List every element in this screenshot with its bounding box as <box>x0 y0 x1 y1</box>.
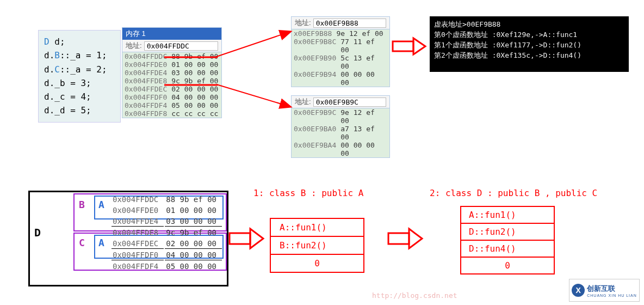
memory-table: 0x004FFDDC88 9b ef 000x004FFDE001 00 00 … <box>110 193 223 272</box>
mem-addr: 0x004FFDE4 <box>122 69 169 77</box>
mem-addr: 0x004FFDDC <box>112 194 164 204</box>
mem-addr: 0x004FFDE4 <box>112 216 164 227</box>
vtable-entry: 0 <box>461 258 554 273</box>
mem-addr: 0x004FFDF8 <box>122 109 169 118</box>
svg-rect-5 <box>230 233 250 244</box>
label-D: D <box>34 226 41 239</box>
mem-addr: 0x00EF9B90 <box>292 54 338 70</box>
mem-bytes: 5c 13 ef 00 <box>338 54 389 70</box>
title-class-D: 2: class D : public B , public C <box>430 188 597 198</box>
vtable-box-1: A::fun1()B::fun2()0 <box>270 218 364 273</box>
mem-bytes: 88 9b ef 00 <box>169 52 220 60</box>
mem-bytes: 04 00 00 00 <box>165 250 222 260</box>
svg-rect-6 <box>388 233 409 244</box>
mem-addr: 0x004FFDDC <box>122 52 169 60</box>
mem-bytes: 9c 9b ef 00 <box>165 228 222 237</box>
vtable-entry: B::fun2() <box>271 237 363 255</box>
mem-bytes: 04 00 00 00 <box>169 93 220 101</box>
mem-addr: 0x004FFDEC <box>122 85 169 93</box>
mem-bytes: 77 11 ef 00 <box>338 38 389 54</box>
logo: X 创新互联 CHUANG XIN HU LIAN <box>569 279 640 302</box>
vtable-entry: A::fun1() <box>271 219 363 237</box>
panel3-addr-input[interactable]: 0x00EF9B9C <box>313 97 386 107</box>
panel2-addr-input[interactable]: 0x00EF9B88 <box>313 19 386 28</box>
mem-bytes: 00 00 00 00 <box>338 70 389 87</box>
vtable-box-2: A::fun1()D::fun2()D::fun4()0 <box>460 206 555 274</box>
mem-addr: x00EF9B88 <box>292 29 334 38</box>
mem-addr: 0x004FFDE8 <box>122 77 169 85</box>
svg-line-1 <box>216 32 290 57</box>
mem-bytes: 05 00 00 00 <box>165 261 222 271</box>
footer-url: http://blog.csdn.net <box>372 291 457 300</box>
mem-bytes: 02 00 00 00 <box>169 85 220 93</box>
mem-addr: 0x004FFDF4 <box>122 101 169 109</box>
panel1-title: 内存 1 <box>122 28 221 40</box>
vtable-entry: D::fun2() <box>461 224 554 241</box>
mem-addr: 0x004FFDF4 <box>112 261 164 271</box>
memory-panel-1: 内存 1 地址: 0x004FFDDC 0x004FFDDC88 9b ef 0… <box>122 27 222 118</box>
panel3-addr-label: 地址: <box>295 97 311 107</box>
mem-bytes: 02 00 00 00 <box>165 239 222 249</box>
console-output: 虚表地址>00EF9B88 第0个虚函数地址 :0Xef129e,->A::fu… <box>430 16 629 72</box>
mem-bytes: 01 00 00 00 <box>165 205 222 215</box>
mem-addr: 0x00EF9BA4 <box>292 141 338 157</box>
mem-addr: 0x00EF9BA0 <box>292 125 338 141</box>
mem-bytes: a7 13 ef 00 <box>338 125 389 141</box>
mem-bytes: 9c 9b ef 00 <box>169 77 220 85</box>
panel1-addr-input[interactable]: 0x004FFDDC <box>144 41 218 51</box>
mem-bytes: 03 00 00 00 <box>165 216 222 227</box>
memory-panel-2: 地址: 0x00EF9B88 x00EF9B889e 12 ef 000x00E… <box>291 16 390 87</box>
source-code: D d; d.B::_a = 1; d.C::_a = 2; d._b = 3;… <box>38 30 121 123</box>
svg-line-3 <box>216 84 290 107</box>
mem-addr: 0x00EF9B9C <box>292 108 338 125</box>
mem-addr: 0x004FFDE8 <box>112 228 164 237</box>
memory-layout-diagram: D B C A A 0x004FFDDC88 9b ef 000x004FFDE… <box>28 191 228 286</box>
panel1-addr-label: 地址: <box>126 41 142 51</box>
mem-addr: 0x004FFDE0 <box>122 60 169 69</box>
vtable-entry: A::fun1() <box>461 207 554 224</box>
mem-addr: 0x004FFDF0 <box>122 93 169 101</box>
title-class-B: 1: class B : public A <box>253 188 363 198</box>
mem-bytes: 9e 12 ef 00 <box>334 29 385 38</box>
mem-bytes: cc cc cc cc <box>169 109 220 118</box>
mem-bytes: 01 00 00 00 <box>169 60 220 69</box>
mem-addr: 0x00EF9B94 <box>292 70 338 87</box>
mem-addr: 0x004FFDE0 <box>112 205 164 215</box>
vtable-entry: 0 <box>271 255 363 272</box>
mem-bytes: 9e 12 ef 00 <box>338 108 389 125</box>
mem-bytes: 88 9b ef 00 <box>165 194 222 204</box>
mem-addr: 0x00EF9B8C <box>292 38 338 54</box>
mem-bytes: 00 00 00 00 <box>338 141 389 157</box>
mem-bytes: 03 00 00 00 <box>169 69 220 77</box>
mem-bytes: 05 00 00 00 <box>169 101 220 109</box>
mem-addr: 0x004FFDEC <box>112 239 164 249</box>
memory-panel-3: 地址: 0x00EF9B9C 0x00EF9B9C9e 12 ef 000x00… <box>291 95 390 158</box>
vtable-entry: D::fun4() <box>461 241 554 258</box>
svg-rect-4 <box>393 41 413 51</box>
mem-addr: 0x004FFDF0 <box>112 250 164 260</box>
panel2-addr-label: 地址: <box>295 18 311 28</box>
